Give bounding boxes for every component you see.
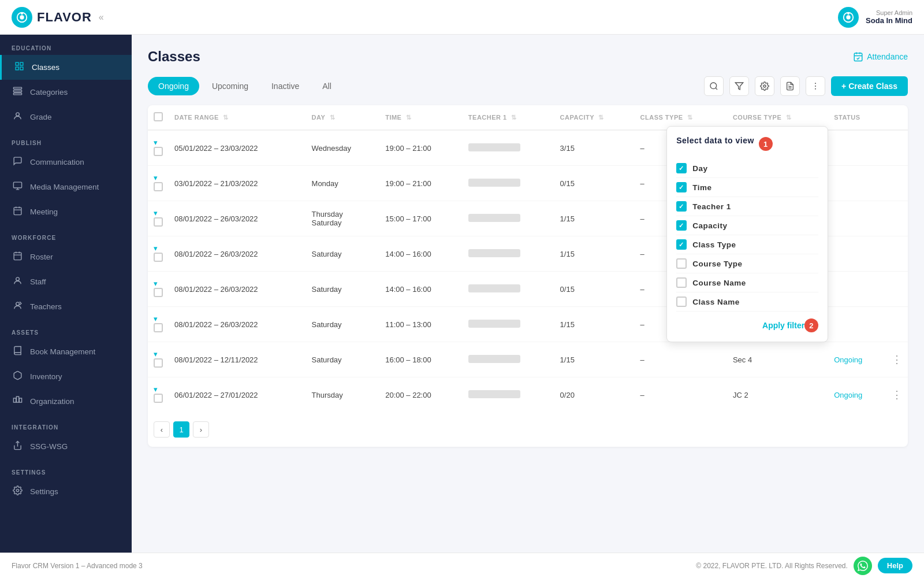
sidebar-item-label-ssg: SSG-WSG [30, 442, 68, 451]
row-expand-4[interactable]: ▾ [154, 244, 158, 253]
select-all-checkbox[interactable] [154, 112, 163, 121]
row-checkbox-1[interactable] [154, 147, 163, 156]
row-expand-8[interactable]: ▾ [154, 385, 158, 394]
more-button[interactable] [806, 76, 825, 96]
svg-rect-21 [19, 398, 21, 402]
col-header-time: TIME ⇅ [379, 105, 463, 130]
svg-point-18 [16, 302, 19, 306]
cell-coursetype-7: Sec 4 [727, 342, 828, 377]
sidebar-item-organization[interactable]: Organization [0, 389, 132, 414]
collapse-icon[interactable]: « [99, 12, 104, 23]
col-checkbox-time[interactable] [676, 182, 687, 192]
section-label-assets: ASSETS [0, 319, 132, 339]
sidebar-item-label-grade: Grade [30, 113, 52, 121]
sidebar-item-categories[interactable]: Categories [0, 80, 132, 105]
row-expand-7[interactable]: ▾ [154, 350, 158, 358]
svg-point-4 [846, 15, 850, 19]
sidebar-item-media[interactable]: Media Management [0, 175, 132, 199]
col-checkbox-day[interactable] [676, 163, 687, 173]
row-expand-1[interactable]: ▾ [154, 138, 158, 147]
svg-point-29 [815, 83, 816, 84]
cell-date-3: 08/01/2022 – 26/03/2022 [169, 201, 306, 236]
row-expand-2[interactable]: ▾ [154, 173, 158, 182]
whatsapp-button[interactable] [854, 557, 872, 575]
sidebar-item-roster[interactable]: Roster [0, 244, 132, 269]
col-item-class-name[interactable]: Class Name [676, 292, 818, 312]
row-checkbox-4[interactable] [154, 253, 163, 262]
cell-time-6: 11:00 – 13:00 [379, 307, 463, 342]
col-label-class-type: Class Type [692, 240, 736, 249]
attendance-button[interactable]: Attendance [853, 51, 908, 62]
next-page-button[interactable]: › [193, 421, 209, 438]
apply-filter-button[interactable]: Apply filter [762, 321, 804, 330]
page-header: Classes Attendance [148, 49, 908, 65]
cell-status-7: Ongoing [828, 342, 886, 377]
svg-rect-16 [14, 253, 21, 260]
cell-classtype-8: – [635, 377, 727, 413]
sidebar-item-teachers[interactable]: Teachers [0, 294, 132, 319]
svg-rect-19 [13, 398, 16, 402]
tab-ongoing[interactable]: Ongoing [148, 77, 199, 95]
settings-col-button[interactable] [755, 76, 774, 96]
table-row: ▾ 06/01/2022 – 27/01/2022 Thursday 20:00… [148, 377, 908, 413]
col-checkbox-class-type[interactable] [676, 239, 687, 250]
page-title: Classes [148, 49, 200, 65]
bottom-bar: Flavor CRM Version 1 – Advanced mode 3 ©… [0, 553, 924, 578]
row-expand-6[interactable]: ▾ [154, 314, 158, 323]
export-button[interactable] [780, 76, 800, 96]
page-1-button[interactable]: 1 [173, 421, 189, 438]
row-checkbox-5[interactable] [154, 288, 163, 297]
row-expand-3[interactable]: ▾ [154, 209, 158, 217]
col-checkbox-capacity[interactable] [676, 220, 687, 231]
help-button[interactable]: Help [878, 558, 912, 573]
user-area: Super Admin Soda In Mind [838, 7, 912, 28]
cell-time-2: 19:00 – 21:00 [379, 166, 463, 201]
col-checkbox-course-type[interactable] [676, 258, 687, 269]
sidebar-item-inventory[interactable]: Inventory [0, 364, 132, 389]
sidebar-item-ssg[interactable]: SSG-WSG [0, 434, 132, 459]
tab-all[interactable]: All [312, 77, 342, 95]
cell-time-8: 20:00 – 22:00 [379, 377, 463, 413]
col-checkbox-course-name[interactable] [676, 277, 687, 288]
row-checkbox-6[interactable] [154, 323, 163, 332]
row-checkbox-8[interactable] [154, 394, 163, 403]
sidebar-section-integration: INTEGRATION SSG-WSG [0, 414, 132, 459]
svg-point-2 [21, 12, 23, 14]
cell-teacher-6 [463, 307, 554, 342]
create-class-button[interactable]: + Create Class [831, 76, 908, 96]
col-item-class-type[interactable]: Class Type [676, 235, 818, 254]
sidebar-item-communication[interactable]: Communication [0, 150, 132, 175]
filter-button[interactable] [729, 76, 749, 96]
col-item-teacher1[interactable]: Teacher 1 [676, 197, 818, 216]
col-item-course-name[interactable]: Course Name [676, 273, 818, 292]
col-checkbox-class-name[interactable] [676, 297, 687, 307]
sidebar-item-settings[interactable]: Settings [0, 479, 132, 504]
col-item-course-type[interactable]: Course Type [676, 254, 818, 273]
sidebar-item-classes[interactable]: Classes [0, 55, 132, 80]
col-item-day[interactable]: Day [676, 159, 818, 178]
cell-capacity-2: 0/15 [554, 166, 635, 201]
cell-time-1: 19:00 – 21:00 [379, 130, 463, 166]
row-expand-5[interactable]: ▾ [154, 279, 158, 288]
prev-page-button[interactable]: ‹ [154, 421, 170, 438]
svg-rect-20 [16, 397, 18, 402]
tab-upcoming[interactable]: Upcoming [202, 77, 259, 95]
sidebar-item-staff[interactable]: Staff [0, 269, 132, 294]
row-checkbox-3[interactable] [154, 217, 163, 227]
sidebar-item-grade[interactable]: Grade [0, 105, 132, 129]
search-button[interactable] [704, 76, 724, 96]
sidebar-item-book[interactable]: Book Management [0, 339, 132, 364]
col-item-capacity[interactable]: Capacity [676, 216, 818, 235]
row-checkbox-7[interactable] [154, 358, 163, 368]
col-checkbox-teacher1[interactable] [676, 201, 687, 212]
row-actions-8[interactable]: ⋮ [892, 389, 902, 401]
col-item-time[interactable]: Time [676, 178, 818, 197]
cell-status-3 [828, 201, 886, 236]
sidebar-item-meeting[interactable]: Meeting [0, 199, 132, 224]
tab-inactive[interactable]: Inactive [261, 77, 310, 95]
row-actions-7[interactable]: ⋮ [892, 354, 902, 365]
cell-teacher-4 [463, 236, 554, 272]
cell-capacity-4: 1/15 [554, 236, 635, 272]
cell-teacher-3 [463, 201, 554, 236]
row-checkbox-2[interactable] [154, 182, 163, 191]
